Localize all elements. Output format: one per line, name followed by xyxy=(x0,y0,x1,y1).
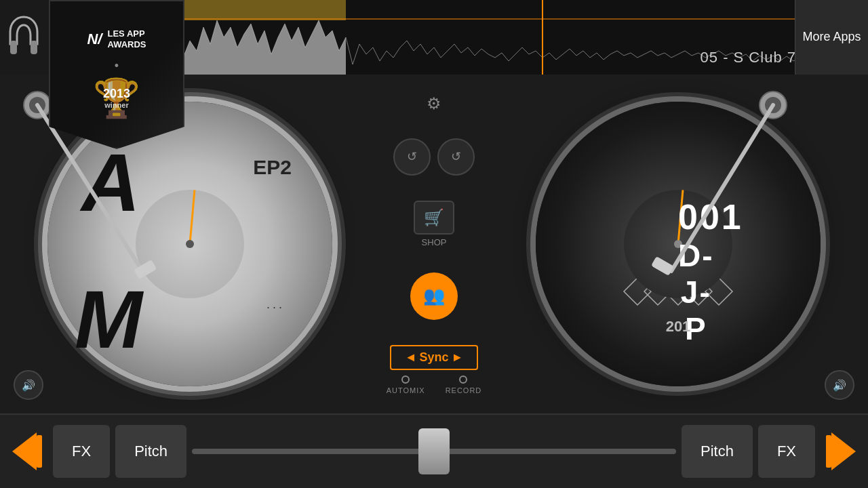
award-logo: N/ xyxy=(87,30,102,48)
bottom-bar: FX Pitch Pitch FX xyxy=(0,413,868,488)
award-dot: • xyxy=(115,59,119,73)
more-apps-label: More Apps xyxy=(802,29,861,45)
turntable-right: 001 D-J-P 201 🔊 xyxy=(488,75,868,413)
svg-rect-4 xyxy=(10,41,17,54)
svg-rect-5 xyxy=(31,41,37,54)
skip-left-visual xyxy=(12,432,42,470)
crossfader-thumb[interactable] xyxy=(418,428,450,474)
record-button[interactable]: RECORD xyxy=(446,375,482,394)
pitch-left-button[interactable]: Pitch xyxy=(115,425,186,478)
automix-record-row: AUTOMIX RECORD xyxy=(387,375,482,394)
shop-button[interactable]: 🛒 SHOP xyxy=(414,201,454,247)
award-title-line1: LES APP xyxy=(107,28,146,39)
sync-label: Sync xyxy=(419,350,448,365)
headphone-svg xyxy=(9,10,39,64)
record-label: RECORD xyxy=(446,386,482,394)
disc-dots: ... xyxy=(267,298,285,312)
automix-circle xyxy=(401,375,410,384)
disc-letter-a: A xyxy=(81,136,140,229)
gear-button[interactable]: ⚙ xyxy=(427,94,441,113)
fx-left-label: FX xyxy=(72,443,91,460)
center-controls: ⚙ ↺ ↺ 🛒 SHOP 👥 ◄ Sync ► xyxy=(380,75,488,413)
award-wreath: 🏆 2013 winner xyxy=(93,76,140,121)
crossfader-area[interactable] xyxy=(192,449,676,454)
community-icon: 👥 xyxy=(423,285,445,306)
skip-right-bar xyxy=(826,435,831,468)
volume-right-icon: 🔊 xyxy=(833,379,846,392)
disc-black[interactable]: 001 D-J-P 201 xyxy=(536,102,821,386)
skip-left-bar xyxy=(37,435,42,468)
fx-right-button[interactable]: FX xyxy=(758,425,815,478)
disc-ep2: EP2 xyxy=(253,156,292,179)
svg-point-10 xyxy=(488,92,502,119)
svg-marker-2 xyxy=(183,20,346,75)
svg-point-6 xyxy=(24,92,51,119)
skip-right-button[interactable] xyxy=(821,432,861,470)
disc-letter-m: M xyxy=(75,272,142,366)
sync-area: ◄ Sync ► AUTOMIX RECORD xyxy=(387,345,482,394)
waveform-bar: 05 - S Club 7-Bring... xyxy=(183,0,868,75)
disc-label-white xyxy=(136,190,244,298)
headphone-icon xyxy=(5,7,43,68)
more-apps-button[interactable]: More Apps xyxy=(795,0,868,75)
fx-right-label: FX xyxy=(777,443,796,460)
volume-left-icon: 🔊 xyxy=(22,379,35,392)
community-button[interactable]: 👥 xyxy=(410,272,458,320)
svg-point-7 xyxy=(29,97,45,113)
skip-right-triangle xyxy=(831,432,856,470)
record-circle xyxy=(459,375,467,384)
skip-left-triangle xyxy=(12,432,37,470)
shop-label: SHOP xyxy=(422,237,447,247)
award-title-line2: AWARDS xyxy=(107,39,146,50)
shop-icon: 🛒 xyxy=(424,208,444,227)
skip-left-button[interactable] xyxy=(7,432,47,470)
gear-icon: ⚙ xyxy=(427,94,441,113)
volume-left-button[interactable]: 🔊 xyxy=(14,370,43,400)
pitch-right-label: Pitch xyxy=(701,443,734,460)
automix-label: AUTOMIX xyxy=(387,386,425,394)
pitch-right-button[interactable]: Pitch xyxy=(682,425,753,478)
loop-right-icon: ↺ xyxy=(451,149,461,164)
pitch-left-label: Pitch xyxy=(134,443,167,460)
sync-left-arrow: ◄ xyxy=(405,350,417,365)
svg-point-12 xyxy=(765,97,781,113)
needle-indicator-left xyxy=(189,190,196,244)
svg-rect-0 xyxy=(183,0,346,20)
automix-button[interactable]: AUTOMIX xyxy=(387,375,425,394)
volume-right-button[interactable]: 🔊 xyxy=(825,370,854,400)
svg-point-11 xyxy=(760,92,787,119)
award-year-text: 2013 winner xyxy=(103,87,130,110)
crossfader-track xyxy=(192,449,676,454)
disc-track-id: 201 xyxy=(666,318,691,336)
disc-white[interactable]: A M EP2 ... xyxy=(47,102,332,386)
sync-button[interactable]: ◄ Sync ► xyxy=(390,345,479,370)
sync-right-arrow: ► xyxy=(452,350,464,365)
loop-left-button[interactable]: ↺ xyxy=(393,138,431,176)
disc-track-num: 001 xyxy=(678,197,743,237)
fx-left-button[interactable]: FX xyxy=(53,425,110,478)
loop-left-icon: ↺ xyxy=(407,149,417,164)
shop-icon-box: 🛒 xyxy=(414,201,454,235)
disc-center-dot-left xyxy=(186,240,194,248)
skip-right-visual xyxy=(826,432,856,470)
loop-right-button[interactable]: ↺ xyxy=(437,138,475,176)
award-badge: N/ LES APP AWARDS • 🏆 2013 winner xyxy=(49,0,184,149)
